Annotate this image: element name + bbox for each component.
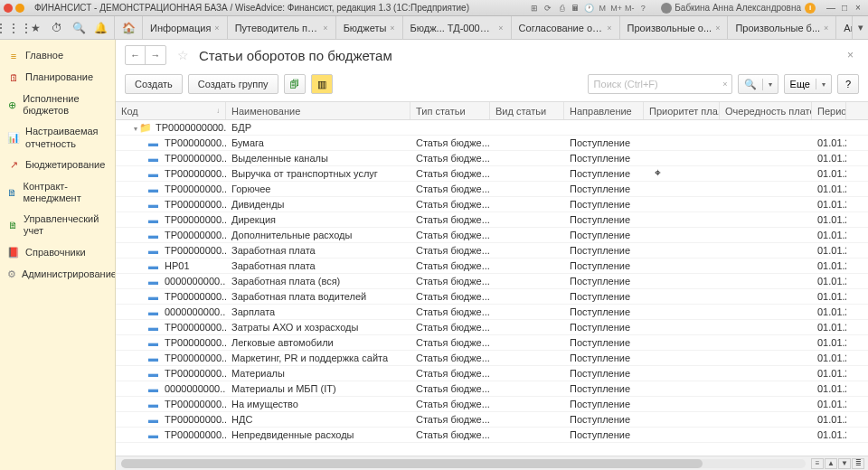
sidebar-item[interactable]: ≡Главное [0, 45, 115, 67]
nav-back-icon[interactable]: ← [126, 46, 146, 64]
tab[interactable]: Бюджеты× [336, 16, 403, 39]
page-close-icon[interactable]: × [842, 47, 859, 63]
table-row[interactable]: ▬ТР00000000...Непредвиденные расходыСтат… [116, 428, 868, 443]
table-row[interactable]: ▾📁ТР0000000000...БДР [116, 120, 868, 136]
info-icon[interactable]: i [805, 3, 816, 14]
more-button[interactable]: Еще▾ [784, 74, 832, 94]
sidebar-item[interactable]: 🗎Контракт-менеджмент [0, 176, 115, 209]
window-close-icon[interactable]: × [852, 2, 864, 14]
window-dot-min[interactable] [15, 4, 24, 13]
tb-icon-refresh[interactable]: ⟳ [542, 3, 553, 14]
extra-action-icon[interactable]: ▥ [311, 74, 333, 94]
table-row[interactable]: ▬ТР00000000...Легковые автомобилиСтатья … [116, 335, 868, 351]
table-row[interactable]: ▬ТР00000000...Маркетинг, PR и поддержка … [116, 351, 868, 366]
user-badge[interactable]: Бабкина Анна Александровна [661, 3, 801, 14]
sidebar-item[interactable]: 📊Настраиваемая отчетность [0, 121, 115, 154]
column-header[interactable]: Код↓ [116, 102, 226, 119]
column-header[interactable]: Приоритет пла... [644, 102, 720, 119]
tab-close-icon[interactable]: × [214, 24, 219, 33]
table-row[interactable]: ▬ТР00000000...БумагаСтатья бюдже...Посту… [116, 136, 868, 151]
table-row[interactable]: ▬ТР00000000...ДирекцияСтатья бюдже...Пос… [116, 212, 868, 228]
nav-fwd-icon[interactable]: → [146, 46, 165, 64]
nav-first-icon[interactable]: ≡ [811, 458, 824, 469]
tab[interactable]: Произвольные б...× [728, 16, 836, 39]
column-header[interactable]: Вид статьи [490, 102, 564, 119]
window-dot-close[interactable] [4, 4, 13, 13]
table-row[interactable]: ▬ТР00000000...Заработная плата водителей… [116, 289, 868, 305]
create-button[interactable]: Создать [125, 74, 183, 94]
history-icon[interactable]: ⏱ [47, 18, 67, 38]
cell: ▬0000000000... [116, 305, 226, 319]
window-min-icon[interactable]: — [825, 2, 837, 14]
menu-icon[interactable]: ⋮⋮⋮ [4, 18, 24, 38]
item-icon: ▬ [148, 245, 161, 254]
window-max-icon[interactable]: □ [838, 2, 851, 14]
tab[interactable]: Согласование об...× [512, 16, 620, 39]
sidebar-item[interactable]: 🗓Планирование [0, 67, 115, 89]
tb-icon-m2[interactable]: M+ [610, 3, 621, 14]
tab-close-icon[interactable]: × [715, 24, 720, 33]
table-row[interactable]: ▬ТР00000000...ДивидендыСтатья бюдже...По… [116, 197, 868, 212]
tabs-dropdown-icon[interactable]: ▾ [852, 16, 868, 39]
tb-icon-help[interactable]: ? [637, 3, 648, 14]
table-row[interactable]: ▬ТР00000000...Затраты АХО и хозрасходыСт… [116, 320, 868, 335]
sidebar-item[interactable]: ↗Бюджетирование [0, 155, 115, 176]
table-row[interactable]: ▬ТР00000000...Выделенные каналыСтатья бю… [116, 151, 868, 166]
item-icon: ▬ [148, 276, 161, 285]
tb-icon-clock[interactable]: 🕐 [583, 3, 594, 14]
home-icon[interactable]: 🏠 [118, 18, 138, 38]
column-header[interactable]: Наименование [226, 102, 410, 119]
table-row[interactable]: ▬0000000000...ЗарплатаСтатья бюдже...Пос… [116, 305, 868, 320]
search-go-button[interactable]: 🔍▾ [738, 74, 778, 94]
star-icon[interactable]: ★ [25, 18, 45, 38]
horizontal-scrollbar[interactable] [121, 459, 806, 468]
create-group-button[interactable]: Создать группу [188, 74, 278, 94]
column-header[interactable]: Тип статьи [410, 102, 490, 119]
table-row[interactable]: ▬ТР00000000...Заработная платаСтатья бюд… [116, 243, 868, 258]
table-row[interactable]: ▬НР01Заработная платаСтатья бюдже...Пост… [116, 258, 868, 274]
table-row[interactable]: ▬ТР00000000...Дополнительные расходыСтат… [116, 228, 868, 243]
tab-close-icon[interactable]: × [607, 24, 611, 33]
nav-up-icon[interactable]: ▲ [825, 458, 837, 469]
table-row[interactable]: ▬ТР00000000...Выручка от транспортных ус… [116, 166, 868, 182]
table-row[interactable]: ▬ТР00000000...На имуществоСтатья бюдже..… [116, 397, 868, 412]
sidebar-item[interactable]: ⊕Исполнение бюджетов [0, 89, 115, 121]
column-header[interactable]: Очередность платежа [720, 102, 812, 119]
nav-down-icon[interactable]: ▼ [838, 458, 851, 469]
tb-icon-grid[interactable]: ⊞ [529, 3, 540, 14]
tab-close-icon[interactable]: × [824, 24, 828, 33]
tb-icon-calc[interactable]: 🖩 [570, 3, 580, 14]
tb-icon-print[interactable]: ⎙ [556, 3, 567, 14]
tab[interactable]: Бюдж... ТД-000007× [403, 16, 512, 39]
column-header[interactable]: Период [812, 102, 846, 119]
cell: Заработная плата [226, 243, 410, 258]
tab-close-icon[interactable]: × [323, 24, 327, 33]
sidebar-item[interactable]: ⚙Администрирование [0, 264, 115, 286]
tab[interactable]: Анализ финансов...× [836, 16, 852, 39]
cell: 01.01.20 [812, 412, 846, 427]
search-clear-icon[interactable]: × [722, 80, 727, 89]
sidebar-item[interactable]: 🗎Управленческий учет [0, 209, 115, 241]
table-row[interactable]: ▬ТР00000000...ГорючееСтатья бюдже...Пост… [116, 182, 868, 197]
column-header[interactable]: Направление [564, 102, 644, 119]
tb-icon-m1[interactable]: M [597, 3, 608, 14]
bell-icon[interactable]: 🔔 [90, 18, 110, 38]
tab[interactable]: Информация× [143, 16, 228, 39]
table-row[interactable]: ▬0000000000...Заработная плата (вся)Стат… [116, 274, 868, 289]
expand-icon[interactable]: ▾ [134, 125, 137, 133]
tab[interactable]: Путеводитель по ...× [228, 16, 336, 39]
help-button[interactable]: ? [837, 74, 859, 94]
table-row[interactable]: ▬ТР00000000...НДССтатья бюдже...Поступле… [116, 412, 868, 428]
favorite-star-icon[interactable]: ☆ [174, 46, 192, 64]
nav-last-icon[interactable]: ≣ [852, 458, 864, 469]
search-icon[interactable]: 🔍 [69, 18, 89, 38]
tab-close-icon[interactable]: × [390, 24, 394, 33]
copy-green-icon[interactable]: 🗐 [284, 74, 306, 94]
table-row[interactable]: ▬ТР00000000...МатериалыСтатья бюдже...По… [116, 366, 868, 381]
tb-icon-m3[interactable]: M- [624, 3, 635, 14]
sidebar-item[interactable]: 📕Справочники [0, 242, 115, 264]
tab[interactable]: Произвольные о...× [620, 16, 729, 39]
search-input[interactable]: Поиск (Ctrl+F) × [588, 74, 732, 94]
tab-close-icon[interactable]: × [498, 24, 503, 33]
table-row[interactable]: ▬0000000000...Материалы и МБП (IT)Статья… [116, 381, 868, 397]
